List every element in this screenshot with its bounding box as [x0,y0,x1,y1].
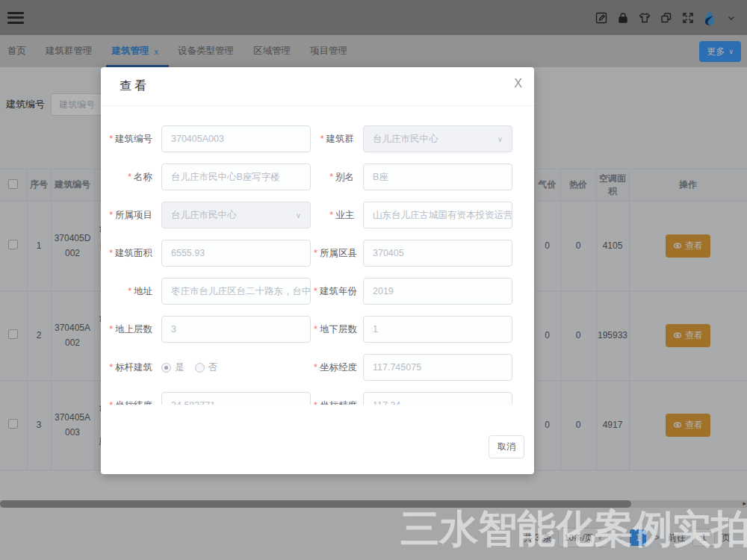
field-label: *所属区县 [314,247,360,260]
cancel-button[interactable]: 取消 [489,435,524,458]
dialog-form: *建筑编号 370405A003 *建筑群 台儿庄市民中心∨ *名称 台儿庄市民… [101,107,534,405]
field-label: *建筑编号 [102,133,158,146]
owner-field[interactable]: 山东台儿庄古城国有资本投资运营有限公司 [363,202,512,228]
project-select[interactable]: 台儿庄市民中心∨ [161,202,311,228]
dialog-footer: 取消 [489,435,524,458]
field-label: *标杆建筑 [102,361,158,374]
view-dialog: 查看 X *建筑编号 370405A003 *建筑群 台儿庄市民中心∨ *名称 … [101,67,534,474]
field-label: *建筑年份 [314,285,360,298]
dialog-header: 查看 X [101,67,534,106]
radio-no[interactable]: 否 [195,361,218,374]
field-label: *地下层数 [314,323,360,336]
field-label: *地址 [102,285,158,298]
longitude-field[interactable]: 117.745075 [363,354,512,381]
field-label: *名称 [102,171,158,184]
district-field[interactable]: 370405 [363,240,512,267]
radio-icon [161,363,171,373]
field-label: *建筑面积 [102,247,158,260]
field-label: *业主 [314,209,360,222]
field-label: *所属项目 [102,209,158,222]
address-field[interactable]: 枣庄市台儿庄区台二十路东，台中路南 [161,278,311,305]
building-group-select[interactable]: 台儿庄市民中心∨ [363,125,512,152]
field-label: *建筑群 [314,133,360,146]
building-code-field[interactable]: 370405A003 [161,125,311,152]
floors-below-field[interactable]: 1 [363,316,512,343]
alias-field[interactable]: B座 [363,164,512,190]
radio-icon [195,363,205,373]
field-label: *坐标经度 [314,361,360,374]
radio-yes[interactable]: 是 [161,361,185,374]
field-label: *地上层数 [102,323,158,336]
year-field[interactable]: 2019 [363,278,512,305]
benchmark-radio-group: 是 否 [161,361,311,374]
precision-field[interactable]: 117.34 [363,392,512,405]
field-label: *坐标纬度 [102,399,158,405]
dialog-title: 查看 [120,78,149,94]
close-icon[interactable]: X [514,78,522,90]
area-field[interactable]: 6555.93 [161,240,311,267]
chevron-down-icon: ∨ [498,135,503,143]
field-label: *坐标精度 [314,399,360,405]
floors-above-field[interactable]: 3 [161,316,311,343]
chevron-down-icon: ∨ [296,211,301,220]
name-field[interactable]: 台儿庄市民中心B座写字楼 [161,164,311,190]
field-label: *别名 [314,171,360,184]
latitude-field[interactable]: 34.583771 [161,392,311,405]
app-window: 首页 建筑群管理 建筑管理 x 设备类型管理 区域管理 项目管理 更多 ∨ 建筑… [0,0,747,560]
